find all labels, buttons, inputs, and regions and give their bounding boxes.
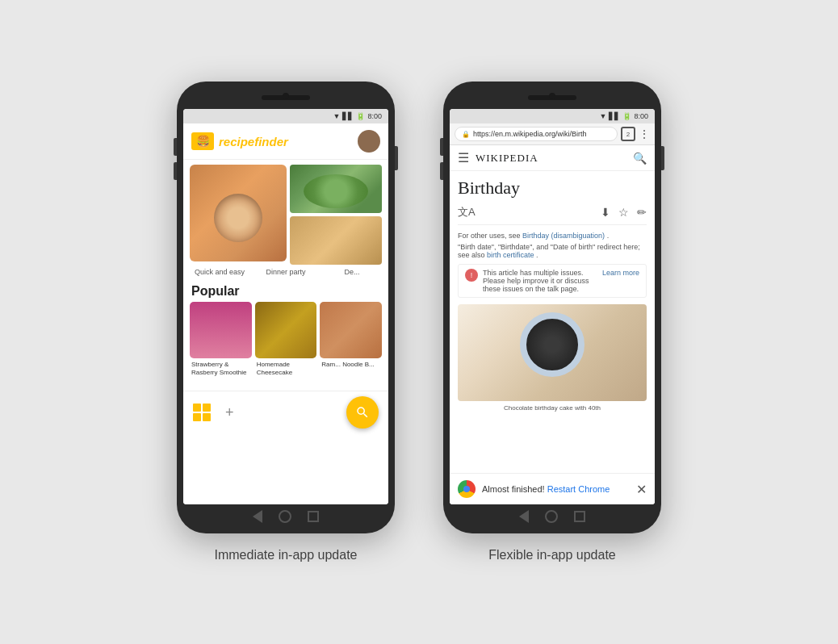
disambiguation-period: . [607,232,610,240]
search-fab[interactable] [346,396,379,429]
wiki-header: ☰ WIKIPEDIA 🔍 [450,145,655,171]
battery-icon-2: 🔋 [622,112,631,120]
wiki-content: Birthday 文A ⬇ ☆ ✏ For other [450,171,655,473]
phone2-bottom-bar [450,508,655,525]
status-icons-1: ▼ ▋▋ 🔋 8:00 [333,112,382,120]
chrome-url-bar: 🔒 https://en.m.wikipedia.org/wiki/Birth … [450,123,655,145]
wiki-redirect: "Birth date", "Birthdate", and "Date of … [458,243,647,259]
salad-image[interactable] [290,165,382,213]
signal-icon: ▋▋ [342,112,354,120]
chrome-logo-icon [458,480,476,498]
popular-label-3: Ram... Noodle B... [320,358,382,371]
recipe-categories: Quick and easy Dinner party De... [183,265,388,279]
front-camera [283,93,289,99]
user-avatar[interactable] [358,130,380,153]
wiki-tools-row: 文A ⬇ ☆ ✏ [458,205,647,225]
cat-quick[interactable]: Quick and easy [190,268,249,276]
cake-decoration [520,312,585,377]
cake-caption: Chocolate birthday cake with 40th [458,404,647,412]
wifi-icon: ▼ [333,112,341,120]
url-input[interactable]: 🔒 https://en.m.wikipedia.org/wiki/Birth [455,127,618,141]
wiki-notice: ! This article has multiple issues. Plea… [458,264,647,298]
popular-label-2: Homemade Cheesecake [255,358,317,378]
chrome-app: 🔒 https://en.m.wikipedia.org/wiki/Birth … [450,123,655,504]
wifi-icon-2: ▼ [600,112,607,120]
bread-img [255,302,317,358]
wiki-disambiguation: For other uses, see Birthday (disambigua… [458,232,647,240]
recipe-header: 🍔 recipefinder [183,123,388,160]
status-bar-1: ▼ ▋▋ 🔋 8:00 [183,109,388,123]
time-display-2: 8:00 [634,112,648,120]
battery-icon: 🔋 [356,112,365,120]
download-icon[interactable]: ⬇ [601,206,610,219]
edit-icon[interactable]: ✏ [637,206,647,219]
status-bar-2: ▼ ▋▋ 🔋 8:00 [450,109,655,123]
popular-section-title: Popular [183,279,388,302]
hamburger-icon[interactable]: ☰ [458,150,469,165]
power-button-2 [661,146,664,170]
learn-more-link[interactable]: Learn more [602,269,639,277]
scene: ▼ ▋▋ 🔋 8:00 🍔 recipefinder [128,57,710,587]
time-display: 8:00 [367,112,382,120]
phone1-top-bar [183,90,388,106]
vol-up-button [174,138,177,156]
translate-icon[interactable]: 文A [458,205,476,220]
grid-icon[interactable] [193,404,211,421]
recipe-images-row [183,160,388,265]
home-button-2[interactable] [545,510,558,523]
redirect-text: "Birth date", "Birthdate", and "Date of … [458,243,640,259]
recipe-app: 🍔 recipefinder [183,123,388,504]
phone1-shell: ▼ ▋▋ 🔋 8:00 🍔 recipefinder [177,82,395,533]
partial-image[interactable] [290,216,382,265]
back-button-2[interactable] [519,510,529,523]
vol-down-button-2 [440,162,443,180]
soup-image[interactable] [190,165,287,261]
popular-item-1[interactable]: Strawberry & Rasberry Smoothie [190,302,252,391]
wiki-tool-icons: ⬇ ☆ ✏ [601,206,647,219]
smoothie-img [190,302,252,358]
status-icons-2: ▼ ▋▋ 🔋 8:00 [600,112,648,120]
disambiguation-link[interactable]: Birthday (disambiguation) [522,232,605,240]
phone1-label: Immediate in-app update [215,548,358,562]
chrome-update-banner: Almost finished! Restart Chrome ✕ [450,473,655,504]
phone2-label: Flexible in-app update [488,548,615,562]
phone2-block: ▼ ▋▋ 🔋 8:00 🔒 https://en.m.wikipedia.org… [443,82,661,562]
recipe-bottom-bar: + [183,391,388,433]
recents-button-2[interactable] [574,511,585,522]
add-button[interactable]: + [225,404,234,421]
phone1-bottom-bar [183,508,388,525]
front-camera-2 [549,93,555,99]
tab-count[interactable]: 2 [621,127,635,141]
wiki-search-icon[interactable]: 🔍 [633,152,647,165]
star-icon[interactable]: ☆ [618,206,629,219]
phone1-screen: ▼ ▋▋ 🔋 8:00 🍔 recipefinder [183,109,388,504]
banner-close-button[interactable]: ✕ [636,482,647,497]
home-button[interactable] [279,510,291,523]
notice-icon: ! [465,269,478,282]
chrome-menu-icon[interactable]: ⋮ [639,128,650,140]
popular-item-3[interactable]: Ram... Noodle B... [320,302,382,391]
disambiguation-text: For other uses, see [458,232,522,240]
recents-button[interactable] [308,511,319,522]
url-text: https://en.m.wikipedia.org/wiki/Birth [473,130,587,138]
cat-de[interactable]: De... [322,268,382,276]
vol-down-button [174,162,177,180]
popular-item-2[interactable]: Homemade Cheesecake [255,302,317,391]
cake-image [458,304,647,401]
birth-cert-link[interactable]: birth certificate [487,251,534,259]
recipe-small-col [290,165,382,265]
phone1-block: ▼ ▋▋ 🔋 8:00 🍔 recipefinder [177,82,395,562]
phone2-top-bar [450,90,655,106]
power-button [395,146,398,170]
lock-icon: 🔒 [462,131,470,138]
phone2-screen: ▼ ▋▋ 🔋 8:00 🔒 https://en.m.wikipedia.org… [450,109,655,504]
restart-chrome-link[interactable]: Restart Chrome [547,484,610,494]
recipe-logo: 🍔 recipefinder [191,132,288,150]
popular-label-1: Strawberry & Rasberry Smoothie [190,358,252,378]
cat-dinner[interactable]: Dinner party [256,268,316,276]
chrome-banner-text: Almost finished! Restart Chrome [482,484,630,494]
back-button[interactable] [253,510,262,523]
vol-up-button-2 [440,138,443,156]
recipe-logo-icon: 🍔 [191,132,214,150]
signal-icon-2: ▋▋ [609,112,620,120]
